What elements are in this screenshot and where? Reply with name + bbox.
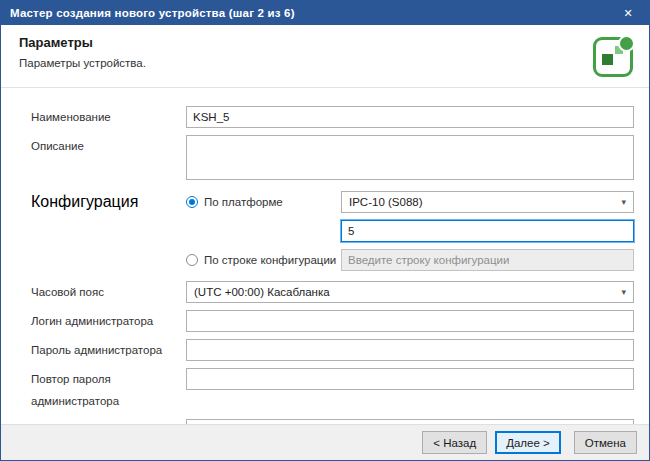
name-row: Наименование: [31, 106, 634, 128]
admin-password-repeat-row: Повтор пароля администратора: [31, 368, 634, 412]
close-button[interactable]: ✕: [607, 1, 649, 25]
configuration-row: Конфигурация По платформе IPC-10 (S088) …: [31, 191, 634, 213]
admin-login-row: Логин администратора: [31, 310, 634, 332]
platform-selected-value: IPC-10 (S088): [349, 196, 423, 208]
by-string-label: По строке конфигурации: [204, 254, 336, 266]
cancel-button[interactable]: Отмена: [574, 431, 637, 454]
device-icon-badge: [618, 35, 635, 52]
description-input[interactable]: [186, 135, 634, 180]
device-icon: [591, 35, 635, 79]
close-icon: ✕: [623, 7, 632, 20]
wizard-window: Мастер создания нового устройства (шаг 2…: [0, 0, 650, 461]
admin-password-repeat-label: Повтор пароля администратора: [31, 368, 186, 412]
timezone-select[interactable]: (UTC +00:00) Касабланка ▾: [186, 281, 634, 303]
header-text: Параметры Параметры устройства.: [19, 35, 146, 69]
next-button[interactable]: Далее >: [495, 431, 561, 454]
config-string-input[interactable]: [341, 249, 634, 271]
chevron-down-icon: ▾: [615, 288, 626, 297]
configuration-label: Конфигурация: [31, 193, 186, 211]
window-title: Мастер создания нового устройства (шаг 2…: [10, 7, 295, 19]
parameters-form: Наименование Описание Конфигурация По пл…: [1, 88, 649, 424]
wizard-footer: < Назад Далее > Отмена: [1, 424, 649, 460]
platform-select[interactable]: IPC-10 (S088) ▾: [341, 191, 634, 213]
radio-selected-icon: [186, 196, 198, 208]
by-platform-label: По платформе: [204, 196, 283, 208]
device-icon-square-dark: [602, 54, 613, 65]
titlebar: Мастер создания нового устройства (шаг 2…: [1, 1, 649, 25]
timezone-row: Часовой пояс (UTC +00:00) Касабланка ▾: [31, 281, 634, 303]
back-button[interactable]: < Назад: [422, 431, 487, 454]
admin-login-label: Логин администратора: [31, 310, 186, 332]
name-input[interactable]: [186, 106, 634, 128]
admin-password-row: Пароль администратора: [31, 339, 634, 361]
timezone-label: Часовой пояс: [31, 281, 186, 303]
page-subtitle: Параметры устройства.: [19, 57, 146, 69]
by-string-row: По строке конфигурации: [31, 249, 634, 271]
by-platform-radio[interactable]: По платформе: [186, 196, 341, 208]
by-string-radio[interactable]: По строке конфигурации: [186, 254, 341, 266]
page-title: Параметры: [19, 35, 146, 50]
chevron-down-icon: ▾: [615, 198, 626, 207]
platform-extra-row: [31, 220, 634, 242]
timezone-selected-value: (UTC +00:00) Касабланка: [194, 286, 330, 298]
radio-unselected-icon: [186, 254, 198, 266]
platform-extra-input[interactable]: [341, 220, 634, 242]
admin-login-input[interactable]: [186, 310, 634, 332]
description-label: Описание: [31, 135, 186, 184]
admin-password-input[interactable]: [186, 339, 634, 361]
description-row: Описание: [31, 135, 634, 184]
name-label: Наименование: [31, 106, 186, 128]
wizard-header: Параметры Параметры устройства.: [1, 25, 649, 88]
admin-password-repeat-input[interactable]: [186, 368, 634, 390]
admin-password-label: Пароль администратора: [31, 339, 186, 361]
